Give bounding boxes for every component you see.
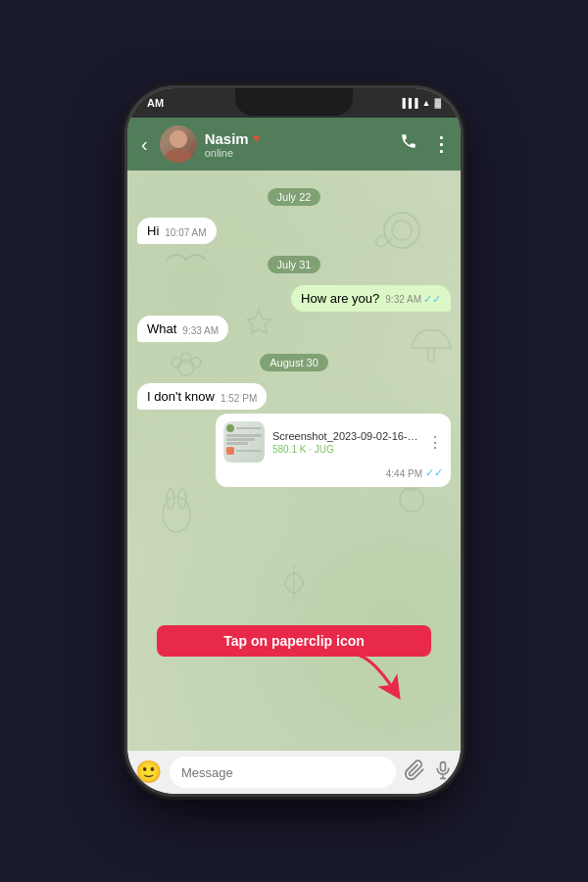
message-text: What xyxy=(147,321,176,336)
header-actions: ⋮ xyxy=(400,132,451,156)
mic-button[interactable] xyxy=(433,760,453,785)
paperclip-button[interactable] xyxy=(404,760,425,786)
chat-header: ‹ Nasim ♥ online xyxy=(127,118,461,171)
message-text: How are you? xyxy=(301,291,379,306)
menu-button[interactable]: ⋮ xyxy=(431,132,451,156)
back-button[interactable]: ‹ xyxy=(137,129,152,160)
message-time: 10:07 AM xyxy=(165,227,206,238)
status-bar: AM ▐▐▐ ▲ ▓ xyxy=(127,88,461,118)
message-how-are-you: How are you? 9:32 AM ✓✓ xyxy=(291,285,451,312)
svg-point-11 xyxy=(167,489,174,509)
file-inner: Screenshot_2023-09-02-16-10-29-886_org..… xyxy=(223,421,443,463)
file-check-marks: ✓✓ xyxy=(425,466,443,479)
header-info: Nasim ♥ online xyxy=(205,130,392,159)
svg-point-12 xyxy=(178,489,186,509)
chat-background: July 22 Hi 10:07 AM July 31 How are you?… xyxy=(127,171,461,751)
file-thumbnail xyxy=(223,421,265,463)
message-input[interactable] xyxy=(170,757,396,788)
date-badge-july31: July 31 xyxy=(137,256,451,273)
svg-rect-15 xyxy=(441,761,446,770)
signal-icon: ▐▐▐ xyxy=(399,98,417,108)
svg-point-1 xyxy=(166,149,191,163)
input-bar: 🙂 xyxy=(127,751,461,794)
file-time: 4:44 PM xyxy=(386,468,422,479)
tap-tooltip: Tap on paperclip icon xyxy=(157,625,431,657)
heart-icon: ♥ xyxy=(253,131,260,145)
file-menu-button[interactable]: ⋮ xyxy=(427,433,443,452)
message-time: 9:33 AM xyxy=(182,325,219,336)
call-button[interactable] xyxy=(400,132,417,156)
phone-frame: AM ▐▐▐ ▲ ▓ ‹ xyxy=(127,88,461,794)
file-thumb-image xyxy=(223,421,265,463)
check-marks: ✓✓ xyxy=(423,293,441,306)
status-icons: ▐▐▐ ▲ ▓ xyxy=(399,98,441,108)
message-text: Hi xyxy=(147,223,159,238)
notch xyxy=(235,88,353,116)
arrow-indicator xyxy=(355,651,404,704)
date-badge-aug30: August 30 xyxy=(137,354,451,371)
status-time: AM xyxy=(147,97,164,109)
message-dont-know: I don't know 1:52 PM xyxy=(137,383,267,410)
phone-screen: AM ▐▐▐ ▲ ▓ ‹ xyxy=(127,88,461,794)
message-text: I don't know xyxy=(147,389,215,404)
message-what: What 9:33 AM xyxy=(137,316,228,342)
messages-container: July 22 Hi 10:07 AM July 31 How are you?… xyxy=(137,180,451,487)
svg-point-2 xyxy=(170,130,187,148)
emoji-button[interactable]: 🙂 xyxy=(135,760,162,785)
file-footer: 4:44 PM ✓✓ xyxy=(223,466,443,479)
date-badge-july22: July 22 xyxy=(137,188,451,206)
wifi-icon: ▲ xyxy=(422,98,431,108)
message-hi: Hi 10:07 AM xyxy=(137,218,217,244)
battery-icon: ▓ xyxy=(434,98,441,108)
contact-name: Nasim ♥ xyxy=(205,130,392,147)
file-message: Screenshot_2023-09-02-16-10-29-886_org..… xyxy=(216,414,451,487)
contact-status: online xyxy=(205,147,392,159)
svg-point-13 xyxy=(400,488,423,512)
message-time: 1:52 PM xyxy=(220,393,257,404)
avatar xyxy=(160,125,197,163)
svg-point-10 xyxy=(163,497,190,532)
avatar-image xyxy=(160,125,197,163)
file-info: Screenshot_2023-09-02-16-10-29-886_org..… xyxy=(272,430,419,455)
file-name: Screenshot_2023-09-02-16-10-29-886_org..… xyxy=(272,430,419,442)
message-time: 9:32 AM ✓✓ xyxy=(385,293,441,306)
file-size: 580.1 K · JUG xyxy=(272,444,419,455)
